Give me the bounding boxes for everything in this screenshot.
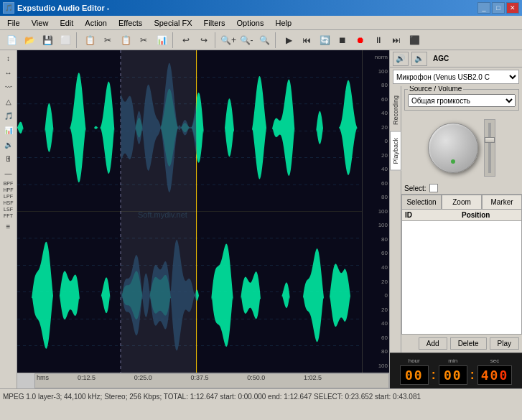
add-button[interactable]: Add (419, 337, 447, 350)
top-icon-row: 🔊 🔈 AGC (390, 50, 522, 67)
menu-options[interactable]: Options (231, 17, 270, 29)
scale-100-bot: 100 (378, 363, 388, 369)
tb-new[interactable]: 📄 (3, 32, 20, 48)
slider-track (488, 123, 491, 173)
scale-40-4: 40 (381, 320, 388, 327)
tb-record[interactable]: ⏺ (352, 32, 369, 48)
lt-note[interactable]: 🎵 (1, 109, 16, 122)
volume-slider[interactable] (484, 119, 495, 177)
scale-20-1: 20 (381, 124, 388, 131)
lt-hpf[interactable]: HPF (4, 187, 14, 192)
waveform-canvas[interactable] (17, 50, 362, 373)
tb-loop[interactable]: 🔄 (316, 32, 333, 48)
lt-draw[interactable]: 〰 (1, 80, 16, 93)
select-row: Select: (401, 182, 522, 194)
maximize-button[interactable]: □ (492, 2, 505, 14)
tab-selection[interactable]: Selection (401, 195, 442, 209)
menu-action[interactable]: Action (79, 17, 113, 29)
speaker2-icon[interactable]: 🔈 (411, 52, 427, 66)
tb-cut[interactable]: ✂ (99, 32, 116, 48)
sec-display: 400 (477, 365, 513, 385)
lt-zoom[interactable]: △ (1, 95, 16, 108)
scale-60-3: 60 (381, 250, 388, 256)
menu-filters[interactable]: Filters (198, 17, 231, 29)
tb-pause[interactable]: ⏸ (370, 32, 387, 48)
tb-paste[interactable]: 📋 (117, 32, 134, 48)
volume-knob[interactable] (428, 123, 478, 173)
menu-bar: File View Edit Action Effects Special FX… (0, 16, 522, 30)
tab-marker[interactable]: Marker (482, 195, 522, 209)
timer-hour-group: hour 00 (400, 358, 429, 385)
tb-open[interactable]: 📂 (21, 32, 38, 48)
tb-close[interactable]: ⬜ (57, 32, 74, 48)
minimize-button[interactable]: _ (477, 2, 490, 14)
lt-fader[interactable]: 🎚 (1, 152, 16, 165)
menu-effects[interactable]: Effects (113, 17, 148, 29)
timer-section: hour 00 : min 00 : sec 400 (390, 353, 522, 388)
select-checkbox[interactable] (429, 184, 438, 192)
scale-40-1: 40 (381, 110, 388, 116)
sep3 (215, 32, 218, 48)
waveform-display[interactable]: norm 100 80 60 40 20 0 20 40 60 80 100 1… (17, 50, 389, 373)
col-id: ID (405, 211, 462, 219)
lt-list[interactable]: ≡ (1, 220, 16, 233)
close-button[interactable]: ✕ (506, 2, 519, 14)
device-select[interactable]: Микрофон (Venus USB2.0 C (393, 70, 519, 84)
lt-select[interactable]: ↕ (1, 52, 16, 65)
tb-zoom-out[interactable]: 🔍- (238, 32, 255, 48)
play-button[interactable]: Play (490, 337, 519, 350)
status-bar: MPEG 1.0 layer-3; 44,100 kHz; Stereo; 25… (0, 388, 522, 404)
scale-100-top: 100 (378, 68, 388, 75)
slider-thumb[interactable] (485, 137, 495, 143)
knob-area (401, 113, 522, 182)
side-tabs: Recording Playback (390, 86, 401, 353)
lt-line[interactable]: — (1, 167, 16, 179)
menu-special-fx[interactable]: Special FX (148, 17, 197, 29)
status-text: MPEG 1.0 layer-3; 44,100 kHz; Stereo; 25… (3, 393, 421, 401)
tl-0250: 0:25.0 (134, 374, 152, 381)
scale-100-3: 100 (378, 222, 388, 228)
tb-copy-special[interactable]: 📋 (81, 32, 98, 48)
tb-next[interactable]: ⏭ (388, 32, 405, 48)
tl-1025: 1:02.5 (304, 374, 322, 381)
tb-zoom-fit[interactable]: 🔍 (256, 32, 273, 48)
tab-recording[interactable]: Recording (390, 89, 401, 131)
volume-select[interactable]: Общая громкость (408, 94, 516, 107)
tb-redo[interactable]: ↪ (195, 32, 213, 48)
delete-button[interactable]: Delete (450, 337, 487, 350)
tb-mix[interactable]: 📊 (153, 32, 170, 48)
scale-20-4: 20 (381, 307, 388, 313)
scale-norm: norm (375, 54, 388, 60)
tb-play[interactable]: ▶ (280, 32, 297, 48)
scale-40-2: 40 (381, 166, 388, 172)
lt-spectrum[interactable]: 📊 (1, 123, 16, 136)
lt-lsf[interactable]: LSF (4, 207, 13, 212)
tl-hms: hms (37, 374, 49, 381)
tb-stop[interactable]: ⏹ (334, 32, 351, 48)
tb-delete[interactable]: ✂ (135, 32, 152, 48)
lt-bpf[interactable]: BPF (4, 181, 14, 186)
tl-0500: 0:50.0 (247, 374, 265, 381)
sec-label: sec (490, 358, 499, 364)
tb-save[interactable]: 💾 (39, 32, 56, 48)
lt-fft[interactable]: FFT (4, 213, 13, 218)
lt-hand[interactable]: ↔ (1, 66, 16, 79)
menu-help[interactable]: Help (269, 17, 297, 29)
tb-zoom-in[interactable]: 🔍+ (220, 32, 237, 48)
tab-playback[interactable]: Playback (390, 131, 401, 171)
tb-black[interactable]: ⬛ (406, 32, 423, 48)
tab-zoom[interactable]: Zoom (442, 195, 482, 209)
tb-rewind[interactable]: ⏮ (298, 32, 315, 48)
lt-volume[interactable]: 🔉 (1, 138, 16, 151)
source-group: Source / Volume Общая громкость (404, 89, 519, 111)
menu-view[interactable]: View (26, 17, 55, 29)
menu-edit[interactable]: Edit (54, 17, 79, 29)
sep2 (172, 32, 175, 48)
tb-undo[interactable]: ↩ (177, 32, 195, 48)
menu-file[interactable]: File (1, 17, 26, 29)
scale-80-1: 80 (381, 82, 388, 88)
speaker-icon[interactable]: 🔊 (393, 52, 409, 66)
lt-hsf[interactable]: HSF (4, 200, 14, 205)
lt-lpf[interactable]: LPF (4, 194, 13, 199)
main-area: ↕ ↔ 〰 △ 🎵 📊 🔉 🎚 — BPF HPF LPF HSF LSF FF… (0, 50, 522, 388)
